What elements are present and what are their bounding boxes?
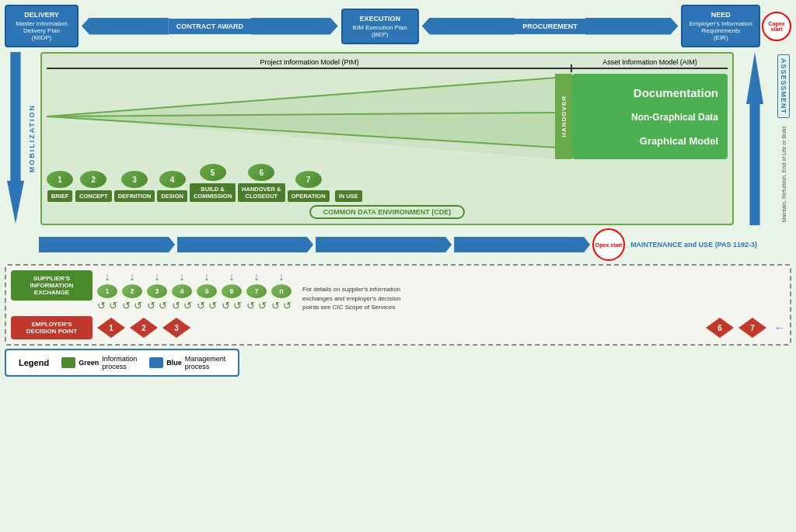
mobilization-side bbox=[5, 52, 26, 225]
supplier-items-row: ↓ 1 ↺ ↺ ↓ 2 ↺ ↺ ↓ 3 ↺ ↺ ↓ 4 ↺ ↺ bbox=[97, 270, 785, 311]
stage-label-1: BRIEF bbox=[47, 190, 73, 202]
arrow-row: Opex start MAINTENANCE and USE (PAS 1192… bbox=[5, 228, 791, 261]
legend-green-item: Green Informationprocess bbox=[61, 355, 137, 370]
stage-oval-1: 1 bbox=[47, 171, 73, 188]
stage-5: 5 BUILD &COMMISSION bbox=[190, 164, 236, 202]
cde-container: COMMON DATA ENVIRONMENT (CDE) bbox=[47, 205, 728, 219]
aim-item-graphical: Graphical Model bbox=[581, 135, 718, 147]
stage-oval-7: 7 bbox=[295, 171, 322, 188]
supp-oval-n: n bbox=[271, 284, 292, 298]
contract-award-arrow: CONTRACT AWARD bbox=[82, 18, 338, 35]
emp-item-1: 1 bbox=[97, 318, 125, 338]
legend-blue-desc: Managementprocess bbox=[185, 355, 226, 370]
cde-label: COMMON DATA ENVIRONMENT (CDE) bbox=[309, 205, 465, 219]
execution-box: EXECUTION BIM Execution Plan(BEP) bbox=[341, 9, 419, 44]
legend-green-color bbox=[61, 357, 75, 368]
aim-box: Documentation Non-Graphical Data Graphic… bbox=[572, 74, 728, 159]
mobilization-label: MOBILIZATION bbox=[28, 104, 36, 172]
stage-label-5: BUILD &COMMISSION bbox=[190, 183, 236, 202]
svg-marker-4 bbox=[47, 113, 557, 148]
supp-oval-7: 7 bbox=[246, 284, 267, 298]
legend-blue-label: Blue bbox=[166, 359, 182, 367]
arrow-2 bbox=[177, 237, 313, 252]
legend-green-label: Green bbox=[79, 359, 99, 367]
supp-col-n: ↓ n ↺ ↺ bbox=[271, 270, 292, 311]
capex-circle: Capex start bbox=[762, 12, 791, 41]
assessment-arrow bbox=[746, 52, 763, 225]
emp-item-2: 2 bbox=[130, 318, 158, 338]
pim-aim-line bbox=[47, 68, 728, 69]
emp-item-3: 3 bbox=[162, 318, 190, 338]
supplier-label: SUPPLIER'SINFORMATIONEXCHANGE bbox=[11, 270, 93, 301]
delivery-content: Master InformationDelivery Plan(MIDP) bbox=[12, 20, 71, 41]
stage-3: 3 DEFINITION bbox=[114, 171, 155, 202]
supp-col-6: ↓ 6 ↺ ↺ bbox=[222, 270, 242, 311]
supp-col-3: ↓ 3 ↺ ↺ bbox=[147, 270, 167, 311]
supp-oval-2: 2 bbox=[122, 284, 142, 298]
employer-items-row: 1 2 3 6 bbox=[97, 318, 785, 338]
delivery-title: DELIVERY bbox=[12, 11, 71, 19]
stage-2: 2 CONCEPT bbox=[75, 171, 112, 202]
maintenance-label: MAINTENANCE and USE (PAS 1192-3) bbox=[630, 241, 757, 249]
stage-oval-4: 4 bbox=[159, 171, 186, 188]
top-row: DELIVERY Master InformationDelivery Plan… bbox=[5, 5, 791, 47]
stage-label-inuse: IN USE bbox=[335, 190, 362, 202]
legend-blue-color bbox=[149, 357, 163, 368]
execution-content: BIM Execution Plan(BEP) bbox=[349, 24, 411, 38]
stage-oval-2: 2 bbox=[80, 171, 106, 188]
arrow-1 bbox=[39, 237, 175, 252]
assessment-sublabel: Maintain, Refurbish, End of Life or Buil… bbox=[781, 127, 787, 222]
note-text: For details on supplier's information ex… bbox=[302, 285, 403, 311]
supp-col-1: ↓ 1 ↺ ↺ bbox=[97, 270, 117, 311]
stage-inuse: IN USE bbox=[335, 171, 362, 202]
page-wrapper: DELIVERY Master InformationDelivery Plan… bbox=[0, 0, 796, 532]
mobilization-label-wrap: MOBILIZATION bbox=[28, 52, 39, 225]
handover-label: HANDOVER bbox=[560, 96, 567, 137]
handover-strip: HANDOVER bbox=[555, 74, 572, 159]
stage-label-6: HANDOVER &CLOSEOUT bbox=[238, 183, 285, 202]
arrow-3 bbox=[316, 237, 452, 252]
supp-arrows-3: ↺ ↺ bbox=[147, 300, 167, 311]
bottom-labels: SUPPLIER'SINFORMATIONEXCHANGE EMPLOYER'S… bbox=[11, 270, 93, 339]
main-diagram-row: MOBILIZATION Project Information Model (… bbox=[5, 52, 791, 225]
supp-arrows-2: ↺ ↺ bbox=[122, 300, 142, 311]
need-content: Employer's InformationRequirements(EIR) bbox=[689, 20, 752, 41]
supp-oval-3: 3 bbox=[147, 284, 167, 298]
supp-arrows-5: ↺ ↺ bbox=[197, 300, 217, 311]
legend-blue-item: Blue Managementprocess bbox=[149, 355, 225, 370]
triangle-area: HANDOVER Documentation Non-Graphical Dat… bbox=[47, 74, 728, 159]
bottom-items: ↓ 1 ↺ ↺ ↓ 2 ↺ ↺ ↓ 3 ↺ ↺ ↓ 4 ↺ ↺ bbox=[97, 270, 785, 339]
legend-green-desc: Informationprocess bbox=[102, 355, 137, 370]
stage-label-7: OPERATION bbox=[288, 190, 330, 202]
stage-label-3: DEFINITION bbox=[114, 190, 155, 202]
execution-title: EXECUTION bbox=[349, 15, 411, 23]
supp-oval-6: 6 bbox=[222, 284, 242, 298]
supp-oval-1: 1 bbox=[97, 284, 117, 298]
stage-oval-3: 3 bbox=[121, 171, 148, 188]
aim-item-documentation: Documentation bbox=[581, 86, 718, 99]
aim-item-nongraphical: Non-Graphical Data bbox=[581, 112, 718, 123]
legend-container: Legend Green Informationprocess Blue Man… bbox=[5, 349, 791, 377]
stage-oval-6: 6 bbox=[248, 164, 274, 181]
stage-label-4: DESIGN bbox=[157, 190, 187, 202]
pim-label: Project Information Model (PIM) bbox=[47, 58, 572, 66]
pim-aim-header: Project Information Model (PIM) Asset In… bbox=[47, 58, 728, 66]
opex-circle: Opex start bbox=[592, 228, 625, 261]
mobilization-arrow bbox=[7, 52, 24, 224]
legend-title: Legend bbox=[19, 358, 49, 367]
supp-arrows-1: ↺ ↺ bbox=[97, 300, 117, 311]
stage-oval-5: 5 bbox=[200, 164, 226, 181]
stage-7: 7 OPERATION bbox=[288, 171, 330, 202]
contract-award-label: CONTRACT AWARD bbox=[169, 19, 251, 34]
delivery-box: DELIVERY Master InformationDelivery Plan… bbox=[5, 5, 79, 47]
triangle-svg bbox=[47, 74, 557, 159]
assessment-label: ASSESSMENT bbox=[777, 54, 790, 118]
employer-label: EMPLOYER'SDECISION POINT bbox=[11, 316, 93, 339]
stage-4: 4 DESIGN bbox=[157, 171, 187, 202]
need-box: NEED Employer's InformationRequirements(… bbox=[681, 5, 760, 47]
aim-label: Asset Information Model (AIM) bbox=[572, 58, 728, 66]
emp-item-6: 6 bbox=[706, 318, 734, 338]
assessment-label-wrap: ASSESSMENT Maintain, Refurbish, End of L… bbox=[776, 52, 791, 225]
supp-col-7: ↓ 7 ↺ ↺ bbox=[246, 270, 267, 311]
stage-6: 6 HANDOVER &CLOSEOUT bbox=[238, 164, 285, 202]
